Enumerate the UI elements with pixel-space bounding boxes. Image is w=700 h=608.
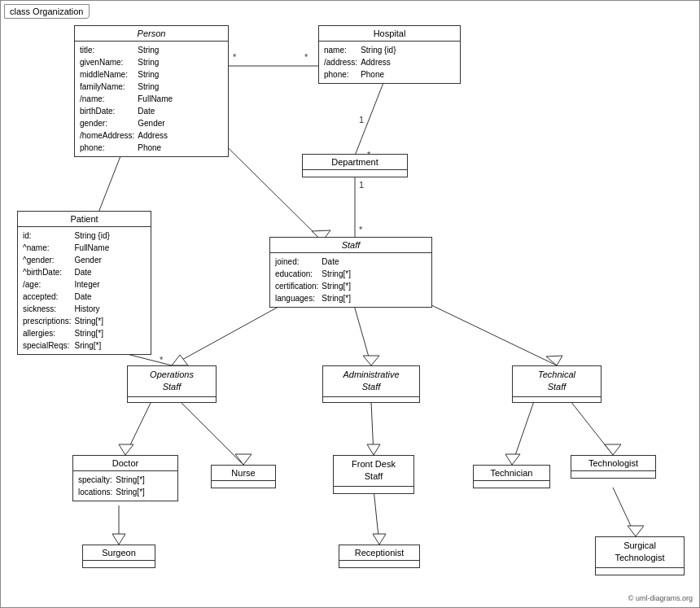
svg-marker-36	[373, 534, 386, 545]
class-staff-body: joined:Date education:String[*] certific…	[270, 253, 431, 307]
class-hospital-body: name:String {id} /address:Address phone:…	[319, 42, 460, 83]
svg-line-27	[371, 401, 374, 455]
class-department-body	[303, 170, 407, 177]
class-nurse-body	[212, 481, 275, 488]
svg-marker-38	[628, 526, 644, 536]
svg-marker-34	[112, 534, 125, 545]
class-admin-staff-title: AdministrativeStaff	[323, 366, 419, 397]
class-receptionist-body	[339, 561, 419, 567]
class-person-title: Person	[75, 26, 228, 42]
svg-text:*: *	[160, 355, 164, 365]
class-tech-staff-body	[513, 397, 601, 402]
svg-marker-24	[119, 444, 133, 455]
svg-marker-18	[172, 355, 188, 365]
class-admin-staff: AdministrativeStaff	[322, 365, 420, 403]
diagram-title: class Organization	[4, 4, 90, 19]
class-ops-staff-title: OperationsStaff	[128, 366, 216, 397]
class-hospital: Hospital name:String {id} /address:Addre…	[318, 25, 461, 84]
class-technician-title: Technician	[474, 466, 549, 481]
class-surgeon-title: Surgeon	[83, 545, 155, 561]
class-doctor: Doctor specialty:String[*] locations:Str…	[72, 455, 178, 501]
class-doctor-title: Doctor	[73, 456, 177, 471]
class-frontdesk: Front DeskStaff	[333, 455, 414, 494]
svg-line-3	[355, 72, 387, 155]
class-doctor-body: specialty:String[*] locations:String[*]	[73, 471, 177, 501]
svg-line-23	[125, 401, 151, 455]
class-technologist-body	[571, 471, 655, 478]
svg-text:*: *	[233, 52, 237, 62]
class-technologist: Technologist	[571, 455, 656, 479]
copyright-text: © uml-diagrams.org	[628, 594, 693, 602]
class-nurse-title: Nurse	[212, 466, 275, 481]
svg-line-29	[512, 401, 534, 465]
svg-marker-22	[546, 356, 562, 365]
diagram-container: class Organization * * 1 * 1 * * *	[0, 0, 700, 608]
svg-marker-26	[235, 454, 252, 465]
class-department: Department	[302, 154, 408, 177]
svg-line-31	[571, 401, 613, 455]
class-person: Person title:String givenName:String mid…	[74, 25, 229, 157]
class-department-title: Department	[303, 155, 407, 170]
class-person-body: title:String givenName:String middleName…	[75, 42, 228, 156]
class-surgical-tech: SurgicalTechnologist	[595, 536, 685, 575]
class-hospital-title: Hospital	[319, 26, 460, 42]
svg-text:*: *	[304, 52, 308, 62]
class-patient: Patient id:String {id} ^name:FullName ^g…	[17, 211, 151, 355]
class-technician-body	[474, 481, 549, 488]
class-tech-staff-title: TechnicalStaff	[513, 366, 601, 397]
svg-line-35	[374, 489, 379, 545]
class-staff-title: Staff	[270, 238, 431, 253]
svg-marker-32	[605, 444, 621, 455]
svg-line-37	[613, 488, 636, 536]
class-technologist-title: Technologist	[571, 456, 655, 471]
svg-line-25	[180, 401, 243, 465]
class-receptionist-title: Receptionist	[339, 545, 419, 561]
class-surgeon-body	[83, 561, 155, 567]
class-admin-staff-body	[323, 397, 419, 402]
svg-text:*: *	[359, 225, 363, 234]
svg-marker-28	[367, 444, 380, 455]
class-surgical-tech-body	[596, 568, 684, 575]
class-patient-title: Patient	[18, 212, 151, 227]
svg-text:1: 1	[359, 115, 364, 125]
class-surgical-tech-title: SurgicalTechnologist	[596, 537, 684, 568]
class-staff: Staff joined:Date education:String[*] ce…	[269, 237, 432, 308]
svg-marker-20	[363, 356, 379, 365]
class-ops-staff: OperationsStaff	[127, 365, 217, 403]
class-technician: Technician	[473, 465, 550, 488]
class-tech-staff: TechnicalStaff	[512, 365, 602, 403]
class-ops-staff-body	[128, 397, 216, 402]
class-receptionist: Receptionist	[339, 545, 420, 568]
class-nurse: Nurse	[211, 465, 276, 488]
svg-text:1: 1	[359, 180, 364, 190]
svg-marker-30	[505, 454, 520, 465]
class-frontdesk-body	[334, 487, 413, 493]
class-frontdesk-title: Front DeskStaff	[334, 456, 413, 487]
class-patient-body: id:String {id} ^name:FullName ^gender:Ge…	[18, 227, 151, 354]
class-surgeon: Surgeon	[82, 545, 155, 568]
